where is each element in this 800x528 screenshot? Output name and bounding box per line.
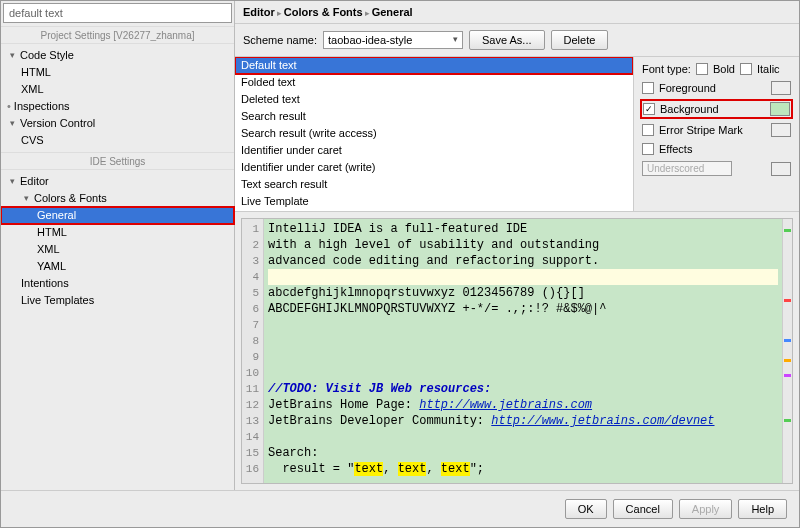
tree-label: HTML (37, 225, 67, 240)
tree-label: CVS (21, 133, 44, 148)
tree-intentions[interactable]: Intentions (1, 275, 234, 292)
tree-label: XML (37, 242, 60, 257)
save-as-button[interactable]: Save As... (469, 30, 545, 50)
delete-button[interactable]: Delete (551, 30, 609, 50)
tree-xml-cf[interactable]: XML (1, 241, 234, 258)
font-type-row: Font type: Bold Italic (642, 63, 791, 75)
main-row: default text Project Settings [V26277_zh… (1, 1, 799, 490)
settings-tree-ide: Editor Colors & Fonts General HTML XML Y… (1, 171, 234, 311)
attr-item[interactable]: Identifier under caret (235, 142, 633, 159)
crumb-colors-fonts[interactable]: Colors & Fonts (284, 6, 363, 18)
foreground-swatch[interactable] (771, 81, 791, 95)
crumb-general: General (372, 6, 413, 18)
bold-label: Bold (713, 63, 735, 75)
scheme-label: Scheme name: (243, 34, 317, 46)
attr-item[interactable]: Live Template (235, 193, 633, 210)
effects-checkbox[interactable] (642, 143, 654, 155)
tree-label: Editor (20, 174, 49, 189)
chevron-right-icon: ▸ (365, 8, 370, 18)
preview-wrap: 12345678910111213141516 IntelliJ IDEA is… (235, 212, 799, 490)
tree-label: YAML (37, 259, 66, 274)
bold-checkbox[interactable] (696, 63, 708, 75)
background-swatch[interactable] (770, 102, 790, 116)
tree-yaml[interactable]: YAML (1, 258, 234, 275)
tree-general[interactable]: General (1, 207, 234, 224)
attr-item[interactable]: Template variable (235, 210, 633, 211)
tree-label: Live Templates (21, 293, 94, 308)
expand-icon[interactable] (7, 50, 18, 61)
background-checkbox[interactable] (643, 103, 655, 115)
attr-item[interactable]: Default text (235, 57, 633, 74)
effects-type-row: Underscored (642, 161, 791, 176)
crumb-editor[interactable]: Editor (243, 6, 275, 18)
code-preview[interactable]: 12345678910111213141516 IntelliJ IDEA is… (241, 218, 793, 484)
font-type-label: Font type: (642, 63, 691, 75)
error-stripe-label: Error Stripe Mark (659, 124, 743, 136)
effects-row: Effects (642, 143, 791, 155)
tree-html[interactable]: HTML (1, 64, 234, 81)
effects-swatch[interactable] (771, 162, 791, 176)
tree-inspections[interactable]: •Inspections (1, 98, 234, 115)
marker-strip[interactable] (782, 219, 792, 483)
settings-tree: Code Style HTML XML •Inspections Version… (1, 45, 234, 151)
tree-version-control[interactable]: Version Control (1, 115, 234, 132)
code-area: IntelliJ IDEA is a full-featured IDEwith… (264, 219, 782, 483)
tree-html-cf[interactable]: HTML (1, 224, 234, 241)
tree-live-templates[interactable]: Live Templates (1, 292, 234, 309)
foreground-row: Foreground (642, 81, 791, 95)
marker[interactable] (784, 229, 791, 232)
help-button[interactable]: Help (738, 499, 787, 519)
expand-icon[interactable] (21, 193, 32, 204)
attr-item[interactable]: Deleted text (235, 91, 633, 108)
error-stripe-checkbox[interactable] (642, 124, 654, 136)
cancel-button[interactable]: Cancel (613, 499, 673, 519)
breadcrumb: Editor▸Colors & Fonts▸General (235, 1, 799, 24)
project-settings-header: Project Settings [V26277_zhanma] (1, 26, 234, 44)
attr-item[interactable]: Text search result (235, 176, 633, 193)
effects-label: Effects (659, 143, 692, 155)
mid-row: Default textFolded textDeleted textSearc… (235, 56, 799, 212)
marker[interactable] (784, 419, 791, 422)
ok-button[interactable]: OK (565, 499, 607, 519)
ide-settings-header: IDE Settings (1, 152, 234, 170)
marker[interactable] (784, 359, 791, 362)
error-stripe-swatch[interactable] (771, 123, 791, 137)
marker[interactable] (784, 339, 791, 342)
left-panel: default text Project Settings [V26277_zh… (1, 1, 235, 490)
attr-item[interactable]: Search result (write access) (235, 125, 633, 142)
expand-icon[interactable] (7, 118, 18, 129)
background-label: Background (660, 103, 719, 115)
attribute-list[interactable]: Default textFolded textDeleted textSearc… (235, 57, 634, 211)
apply-button[interactable]: Apply (679, 499, 733, 519)
scheme-row: Scheme name: taobao-idea-style Save As..… (235, 24, 799, 56)
background-row: Background (642, 101, 791, 117)
attr-item[interactable]: Folded text (235, 74, 633, 91)
chevron-right-icon: ▸ (277, 8, 282, 18)
tree-colors-fonts[interactable]: Colors & Fonts (1, 190, 234, 207)
tree-xml[interactable]: XML (1, 81, 234, 98)
scheme-select[interactable]: taobao-idea-style (323, 31, 463, 49)
gutter: 12345678910111213141516 (242, 219, 264, 483)
italic-checkbox[interactable] (740, 63, 752, 75)
tree-label: Version Control (20, 116, 95, 131)
marker[interactable] (784, 374, 791, 377)
marker[interactable] (784, 299, 791, 302)
search-input[interactable]: default text (3, 3, 232, 23)
effects-type-select[interactable]: Underscored (642, 161, 732, 176)
foreground-label: Foreground (659, 82, 716, 94)
attr-item[interactable]: Search result (235, 108, 633, 125)
tree-label: Code Style (20, 48, 74, 63)
settings-dialog: default text Project Settings [V26277_zh… (0, 0, 800, 528)
tree-label: XML (21, 82, 44, 97)
tree-code-style[interactable]: Code Style (1, 47, 234, 64)
attr-item[interactable]: Identifier under caret (write) (235, 159, 633, 176)
tree-label: Inspections (14, 99, 70, 114)
foreground-checkbox[interactable] (642, 82, 654, 94)
attribute-props: Font type: Bold Italic Foreground Backgr… (634, 57, 799, 211)
right-panel: Editor▸Colors & Fonts▸General Scheme nam… (235, 1, 799, 490)
tree-cvs[interactable]: CVS (1, 132, 234, 149)
tree-editor[interactable]: Editor (1, 173, 234, 190)
expand-icon[interactable] (7, 176, 18, 187)
bullet-icon: • (7, 99, 11, 114)
tree-label: HTML (21, 65, 51, 80)
